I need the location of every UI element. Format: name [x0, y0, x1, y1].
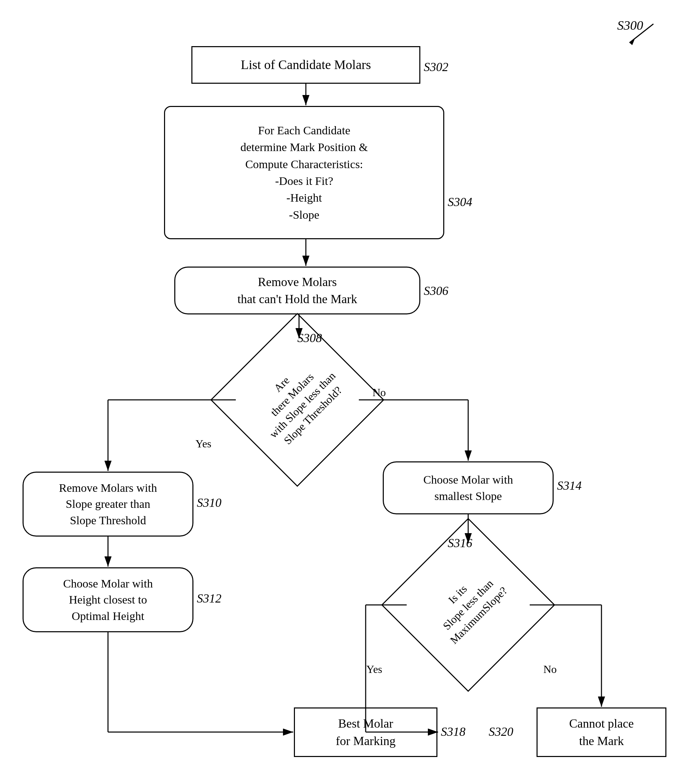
s304-label: S304	[448, 195, 472, 209]
s306-label: S306	[424, 284, 448, 298]
s318-box: Best Molarfor Marking	[294, 707, 438, 757]
s306-box: Remove Molarsthat can't Hold the Mark	[174, 267, 420, 315]
s304-box: For Each Candidatedetermine Mark Positio…	[164, 106, 444, 239]
no-bottom-right-label: No	[543, 663, 557, 676]
no-right-label: No	[372, 386, 386, 399]
s310-box: Remove Molars withSlope greater thanSlop…	[23, 472, 193, 537]
svg-line-0	[630, 24, 653, 43]
s320-label: S320	[489, 725, 513, 739]
s314-label: S314	[557, 478, 582, 493]
s310-label: S310	[197, 496, 221, 510]
s312-box: Choose Molar withHeight closest toOptima…	[23, 567, 193, 632]
flowchart-diagram: S300 List of Candidate Molars S302 For E…	[0, 0, 691, 784]
s316-label: S316	[448, 536, 472, 550]
s300-arrow-icon	[619, 20, 660, 48]
yes-left-label: Yes	[196, 438, 212, 450]
s312-label: S312	[197, 591, 221, 606]
s320-box: Cannot placethe Mark	[536, 707, 666, 757]
s302-label: S302	[424, 60, 448, 74]
s318-label: S318	[441, 725, 466, 739]
s302-box: List of Candidate Molars	[191, 46, 420, 84]
s314-box: Choose Molar withsmallest Slope	[383, 461, 554, 514]
yes-bottom-label: Yes	[366, 663, 382, 676]
s308-label: S308	[297, 331, 322, 345]
